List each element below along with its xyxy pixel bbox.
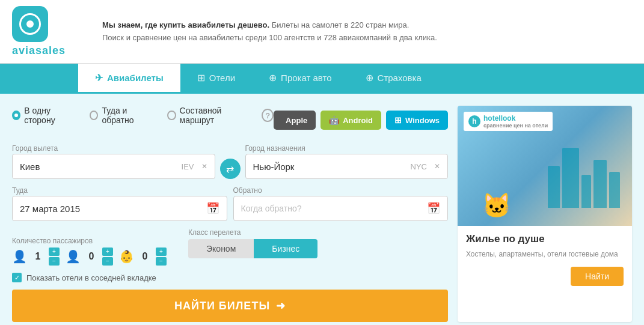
radio-round-trip[interactable]: Туда и обратно xyxy=(90,106,153,125)
search-button[interactable]: НАЙТИ БИЛЕТЫ ➜ xyxy=(12,290,448,322)
show-hotels-checkbox[interactable] xyxy=(12,273,22,282)
building-1 xyxy=(548,166,560,208)
ad-cat-icon: 🐱 xyxy=(482,192,512,220)
help-icon[interactable]: ? xyxy=(262,109,274,122)
infants-decrement[interactable]: − xyxy=(156,257,167,266)
tab-insurance[interactable]: ⊕ Страховка xyxy=(349,64,438,94)
tab-car[interactable]: ⊕ Прокат авто xyxy=(252,64,348,94)
to-input[interactable]: Нью-Йорк NYC ✕ xyxy=(245,154,449,179)
radio-multi-circle xyxy=(167,111,176,120)
logo-inner xyxy=(19,13,41,35)
from-value: Киев xyxy=(20,162,40,172)
logo-icon xyxy=(12,6,48,42)
swap-button[interactable]: ⇄ xyxy=(220,159,241,179)
pax-adults-control: 👤 1 + − xyxy=(12,248,60,266)
android-label: Android xyxy=(343,116,373,125)
radio-one-way[interactable]: В одну сторону xyxy=(12,106,75,125)
car-icon: ⊕ xyxy=(269,72,277,84)
adults-count: 1 xyxy=(32,251,44,262)
show-hotels-label: Показать отели в соседней вкладке xyxy=(26,273,156,282)
class-buttons: Эконом Бизнес xyxy=(188,239,317,258)
pax-controls: 👤 1 + − 👤 0 xyxy=(12,248,167,266)
hotellook-sub: сравнение цен на отели xyxy=(483,123,548,129)
windows-button[interactable]: ⊞ Windows xyxy=(386,111,448,130)
nav-tabs: ✈ Авиабилеты ⊞ Отели ⊕ Прокат авто ⊕ Стр… xyxy=(0,64,644,94)
class-label: Класс перелета xyxy=(188,228,317,237)
from-input[interactable]: Киев IEV ✕ xyxy=(12,154,215,179)
header: aviasales Мы знаем, где купить авиабилет… xyxy=(0,0,644,64)
pax-children-control: 👤 0 + − xyxy=(66,248,113,266)
tab-hotels[interactable]: ⊞ Отели xyxy=(180,64,252,94)
class-section: Класс перелета Эконом Бизнес xyxy=(188,228,317,258)
ad-panel: h hotellook сравнение цен на отели 🐱 Жил… xyxy=(458,106,632,322)
android-button[interactable]: 🤖 Android xyxy=(320,111,381,130)
android-icon: 🤖 xyxy=(329,115,339,125)
radio-one-way-label: В одну сторону xyxy=(24,106,75,125)
radio-one-way-circle xyxy=(12,111,20,120)
class-business-button[interactable]: Бизнес xyxy=(254,239,317,258)
to-group: Город назначения Нью-Йорк NYC ✕ xyxy=(245,144,449,179)
apple-button[interactable]: Apple xyxy=(274,111,316,130)
pax-children: 👤 0 + − xyxy=(66,248,113,266)
date-to-group: Обратно Когда обратно? 📅 xyxy=(233,186,449,221)
infants-btns: + − xyxy=(156,248,167,266)
class-econom-button[interactable]: Эконом xyxy=(188,239,254,258)
radio-multi-label: Составной маршрут xyxy=(180,106,248,125)
date-from-calendar-icon: 📅 xyxy=(206,202,219,215)
adults-decrement[interactable]: − xyxy=(49,257,60,266)
tagline-rest: Билеты на самолет в 220 стран мира. xyxy=(269,20,409,29)
pax-section: Количество пассажиров 👤 1 + − xyxy=(12,237,167,266)
radio-multi[interactable]: Составной маршрут xyxy=(167,106,247,125)
date-to-placeholder: Когда обратно? xyxy=(241,204,302,213)
ad-image: h hotellook сравнение цен на отели 🐱 xyxy=(458,106,632,226)
from-clear-icon[interactable]: ✕ xyxy=(201,162,207,171)
to-value: Нью-Йорк xyxy=(253,162,295,172)
dates-row: Туда 27 марта 2015 📅 Обратно Когда обрат… xyxy=(12,186,448,221)
infants-increment[interactable]: + xyxy=(156,248,167,256)
tagline-bold: Мы знаем, где купить авиабилеты дешево. xyxy=(102,20,269,29)
building-5 xyxy=(609,172,620,208)
tagline2: Поиск и сравнение цен на авиабилеты сред… xyxy=(102,32,632,44)
radio-round-trip-label: Туда и обратно xyxy=(102,106,153,125)
ad-content: Жилье по душе Хостелы, апартаменты, отел… xyxy=(458,226,632,274)
children-increment[interactable]: + xyxy=(102,248,113,256)
radio-round-trip-circle xyxy=(90,111,98,120)
children-icon: 👤 xyxy=(66,249,81,264)
children-count: 0 xyxy=(85,251,97,262)
windows-label: Windows xyxy=(405,116,440,125)
building-3 xyxy=(581,175,591,208)
infants-count: 0 xyxy=(139,251,151,262)
main-content: В одну сторону Туда и обратно Составной … xyxy=(0,94,644,325)
from-label: Город вылета xyxy=(12,144,215,153)
children-decrement[interactable]: − xyxy=(102,257,113,266)
to-label: Город назначения xyxy=(245,144,449,153)
tab-flights[interactable]: ✈ Авиабилеты xyxy=(78,64,180,94)
date-from-group: Туда 27 марта 2015 📅 xyxy=(12,186,227,221)
search-label: НАЙТИ БИЛЕТЫ xyxy=(174,300,270,312)
building-4 xyxy=(593,160,607,208)
pax-class-row: Количество пассажиров 👤 1 + − xyxy=(12,228,448,266)
logo-area: aviasales xyxy=(12,6,90,57)
windows-icon: ⊞ xyxy=(394,115,402,125)
ad-title: Жилье по душе xyxy=(466,233,624,245)
date-to-label: Обратно xyxy=(233,186,449,195)
ad-logo: h hotellook сравнение цен на отели xyxy=(464,112,553,131)
infants-icon: 👶 xyxy=(119,249,134,264)
adults-increment[interactable]: + xyxy=(49,248,60,256)
ad-logo-text: hotellook сравнение цен на отели xyxy=(483,114,548,129)
ad-find-button[interactable]: Найти xyxy=(571,267,624,286)
date-from-input[interactable]: 27 марта 2015 📅 xyxy=(12,196,227,221)
to-code: NYC xyxy=(411,162,427,171)
pax-heading: Количество пассажиров xyxy=(12,237,167,245)
from-to-row: Город вылета Киев IEV ✕ ⇄ Город назначен… xyxy=(12,144,448,179)
pax-infants-control: 👶 0 + − xyxy=(119,248,167,266)
children-btns: + − xyxy=(102,248,113,266)
insurance-icon: ⊕ xyxy=(366,72,373,84)
building-2 xyxy=(562,148,579,208)
flights-icon: ✈ xyxy=(95,72,103,84)
tab-hotels-label: Отели xyxy=(209,73,235,83)
header-tagline: Мы знаем, где купить авиабилеты дешево. … xyxy=(90,19,632,44)
date-to-calendar-icon: 📅 xyxy=(427,202,440,215)
to-clear-icon[interactable]: ✕ xyxy=(434,162,440,171)
date-to-input[interactable]: Когда обратно? 📅 xyxy=(233,196,449,221)
